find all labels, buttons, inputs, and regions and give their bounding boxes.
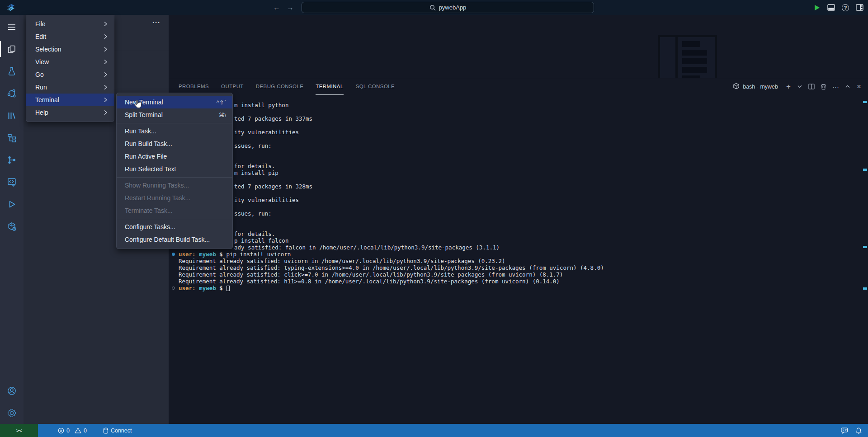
warning-icon xyxy=(75,428,81,433)
terminal-line xyxy=(169,136,862,142)
help-icon[interactable]: ? xyxy=(842,4,849,11)
activity-item-run[interactable] xyxy=(0,193,24,215)
forward-icon[interactable]: → xyxy=(287,4,294,12)
menu-separator xyxy=(117,177,232,178)
maximize-panel-button[interactable] xyxy=(845,85,850,88)
app-logo-icon xyxy=(5,3,16,14)
scrollbar-annotation[interactable] xyxy=(863,246,867,248)
terminal-text: m install python xyxy=(234,102,288,108)
hamburger-menu-icon xyxy=(7,22,17,32)
problems-status[interactable]: 0 0 xyxy=(58,428,87,434)
prompt-host: myweb xyxy=(199,285,216,291)
menu-item-go[interactable]: Go xyxy=(26,68,114,81)
submenu-item-run-selected-text[interactable]: Run Selected Text xyxy=(117,163,232,175)
prompt-sign: $ xyxy=(219,285,223,291)
toggle-panel-icon[interactable] xyxy=(827,4,835,11)
more-actions-button[interactable]: ··· xyxy=(832,83,839,90)
activity-item-plugins[interactable] xyxy=(0,215,24,237)
search-icon xyxy=(429,5,436,11)
scrollbar-annotation[interactable] xyxy=(863,101,867,103)
activity-item-test[interactable] xyxy=(0,60,24,82)
scrollbar-annotation[interactable] xyxy=(863,169,867,171)
chevron-right-icon xyxy=(104,97,108,103)
activity-item-structure[interactable] xyxy=(0,127,24,149)
submenu-item-terminate-task: Terminate Task... xyxy=(117,204,232,217)
terminal-line: ssues, run: xyxy=(169,142,862,149)
menu-item-selection[interactable]: Selection xyxy=(26,43,114,56)
back-icon[interactable]: ← xyxy=(273,4,280,12)
search-value: pywebApp xyxy=(439,4,467,11)
terminal-text: Requirement already satisfied: h11>=0.8 … xyxy=(179,278,560,285)
submenu-item-label: Run Active File xyxy=(125,153,167,160)
menu-item-help[interactable]: Help xyxy=(26,106,114,119)
main-menu: FileEditSelectionViewGoRunTerminalHelp xyxy=(26,15,114,122)
activity-item-tasks[interactable] xyxy=(0,171,24,193)
terminal-title-text: bash - myweb xyxy=(743,84,778,90)
terminal-line: Requirement already satisfied: typing-ex… xyxy=(169,264,862,271)
menu-item-run[interactable]: Run xyxy=(26,81,114,94)
tab-debug-console[interactable]: DEBUG CONSOLE xyxy=(256,78,304,95)
layout-icon[interactable] xyxy=(856,4,863,11)
run-button[interactable] xyxy=(813,4,821,11)
connect-button[interactable]: Connect xyxy=(103,428,132,434)
tab-terminal[interactable]: TERMINAL xyxy=(316,78,343,95)
activity-item-share[interactable] xyxy=(0,82,24,104)
menu-item-label: File xyxy=(35,20,46,28)
chevron-right-icon xyxy=(104,85,108,90)
tab-label: SQL CONSOLE xyxy=(356,84,395,89)
terminal-instance-label[interactable]: bash - myweb xyxy=(733,83,778,91)
submenu-item-run-task[interactable]: Run Task... xyxy=(117,125,232,137)
split-terminal-button[interactable] xyxy=(808,84,815,89)
tab-sql-console[interactable]: SQL CONSOLE xyxy=(356,78,395,95)
prompt-host: myweb xyxy=(199,251,216,258)
tab-label: OUTPUT xyxy=(221,84,244,89)
menu-item-terminal[interactable]: Terminal xyxy=(26,94,114,106)
terminal-line: user: myweb $ xyxy=(169,285,862,291)
library-icon xyxy=(7,111,17,121)
terminal-text: ssues, run: xyxy=(234,142,272,149)
activity-item-explorer[interactable] xyxy=(0,38,24,60)
terminal-text: ity vulnerabilities xyxy=(234,197,299,203)
terminal-dropdown-button[interactable] xyxy=(797,85,802,88)
activity-item-menu[interactable] xyxy=(0,16,24,38)
submenu-item-configure-default-build-task[interactable]: Configure Default Build Task... xyxy=(117,233,232,246)
error-icon xyxy=(58,428,64,434)
editor-area[interactable] xyxy=(169,15,868,78)
terminal-line: ted 7 packages in 328ms xyxy=(169,183,862,190)
activity-item-source-control[interactable] xyxy=(0,149,24,171)
submenu-item-run-build-task[interactable]: Run Build Task... xyxy=(117,137,232,150)
activity-item-account[interactable] xyxy=(0,380,24,402)
submenu-item-configure-tasks[interactable]: Configure Tasks... xyxy=(117,221,232,233)
chevron-right-icon xyxy=(104,110,108,115)
hierarchy-icon xyxy=(7,133,17,143)
terminal-content[interactable]: m install pythonted 7 packages in 337msi… xyxy=(169,102,862,291)
menu-item-label: Edit xyxy=(35,33,46,40)
remote-indicator[interactable]: >< xyxy=(0,424,38,437)
new-terminal-button[interactable]: + xyxy=(786,83,791,90)
close-panel-button[interactable]: × xyxy=(856,83,862,90)
terminal-text: ted 7 packages in 328ms xyxy=(234,183,312,190)
activity-item-library[interactable] xyxy=(0,104,24,127)
submenu-item-run-active-file[interactable]: Run Active File xyxy=(117,150,232,163)
error-count: 0 xyxy=(66,428,70,434)
menu-item-file[interactable]: File xyxy=(26,18,114,30)
command-center-search[interactable]: pywebApp xyxy=(302,2,594,13)
activity-bar xyxy=(0,15,24,424)
submenu-item-label: New Terminal xyxy=(125,99,163,106)
chevron-right-icon xyxy=(104,47,108,52)
activity-item-settings[interactable] xyxy=(0,402,24,424)
menu-item-view[interactable]: View xyxy=(26,56,114,68)
feedback-icon[interactable] xyxy=(841,428,848,434)
terminal-text: for details. xyxy=(234,230,275,237)
submenu-item-split-terminal[interactable]: Split Terminal⌘\ xyxy=(117,108,232,121)
terminal-line: ity vulnerabilities xyxy=(169,129,862,136)
more-actions-icon[interactable]: ··· xyxy=(152,19,160,26)
notifications-bell-icon[interactable] xyxy=(856,428,862,434)
prompt-sign: $ xyxy=(219,251,223,258)
terminal-line xyxy=(169,224,862,230)
scrollbar-annotation[interactable] xyxy=(863,287,867,290)
keyboard-shortcut: ^⇧` xyxy=(217,99,226,106)
menu-item-edit[interactable]: Edit xyxy=(26,30,114,43)
kill-terminal-button[interactable] xyxy=(821,84,826,90)
submenu-item-label: Configure Default Build Task... xyxy=(125,236,210,243)
